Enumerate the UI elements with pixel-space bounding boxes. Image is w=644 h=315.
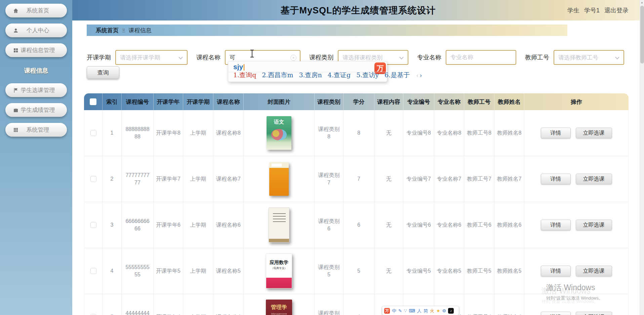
ime-favorite-icon[interactable]: ★ — [436, 309, 440, 313]
detail-button[interactable]: 详情 — [541, 266, 571, 276]
enroll-button[interactable]: 立即选课 — [576, 128, 612, 138]
course-cover-image: 管理学Management — [266, 300, 292, 315]
ime-account-icon[interactable]: 人 — [417, 309, 421, 313]
briefcase-icon — [13, 107, 19, 113]
cell-teacher-name: 教师姓名7 — [494, 156, 524, 202]
cell-category: 课程类别7 — [315, 156, 344, 202]
cell-index: 1 — [103, 110, 122, 156]
ime-candidate[interactable]: 6.是基于 — [385, 71, 410, 80]
row-checkbox[interactable] — [90, 130, 96, 136]
ime-prev-icon[interactable]: ‹ — [416, 72, 418, 79]
sidebar-item-home[interactable]: 系统首页 — [5, 4, 67, 17]
ime-lang-icon[interactable]: 中 — [392, 309, 396, 313]
ime-hot-icon[interactable]: 火 — [430, 309, 434, 313]
semester-placeholder: 请选择开课学期 — [120, 54, 160, 61]
row-checkbox[interactable] — [90, 268, 96, 274]
teacher-label: 教师工号 — [525, 53, 549, 61]
ime-simplified-icon[interactable]: 简 — [424, 309, 428, 313]
logout-link[interactable]: 退出登录 — [604, 6, 629, 14]
ime-page-arrows: ‹› — [416, 72, 422, 79]
cell-course-no: 5555555555 — [122, 248, 154, 294]
column-header: 开课学期 — [183, 93, 213, 110]
vertical-scrollbar[interactable]: ▲ — [640, 0, 644, 315]
enroll-button[interactable]: 立即选课 — [576, 220, 612, 230]
ime-voice-icon[interactable]: ∵ — [404, 309, 407, 313]
cell-content: 无 — [374, 248, 403, 294]
sidebar-item-course-info-active[interactable]: 课程信息 — [0, 63, 72, 78]
column-header: 教师工号 — [464, 93, 494, 110]
table-row: 4 5555555555 开课学年5 上学期 课程名称5 应用数学（电商专业） … — [84, 248, 629, 294]
column-header: 索引 — [103, 93, 122, 110]
page-title: 基于MySQL的学生成绩管理系统设计 — [72, 0, 644, 20]
enroll-button[interactable]: 立即选课 — [576, 266, 612, 276]
column-header: 封面图片 — [244, 93, 315, 110]
cell-term: 上学期 — [183, 294, 213, 315]
cell-year: 开课学年6 — [154, 202, 183, 248]
cell-major-name: 专业名称8 — [434, 110, 464, 156]
cell-category: 课程类别8 — [315, 110, 344, 156]
enroll-button[interactable]: 立即选课 — [576, 174, 612, 184]
course-cover-image — [269, 162, 289, 196]
cell-name: 课程名称4 — [213, 294, 244, 315]
select-all-checkbox[interactable] — [90, 98, 96, 105]
sidebar-item-system-mgmt[interactable]: 系统管理 — [5, 123, 67, 137]
cell-major-no: 专业编号7 — [403, 156, 434, 202]
row-checkbox[interactable] — [90, 222, 96, 228]
cell-credit: 7 — [344, 156, 374, 202]
enroll-button[interactable]: 立即选课 — [576, 312, 612, 315]
column-header: 开课学年 — [154, 93, 183, 110]
cell-teacher-no: 教师工号5 — [464, 248, 494, 294]
sidebar-item-enrollment-mgmt[interactable]: 学生选课管理 — [5, 83, 67, 97]
semester-select[interactable]: 请选择开课学期 — [115, 50, 188, 65]
cell-course-no: 6666666666 — [122, 202, 154, 248]
cell-year: 开课学年7 — [154, 156, 183, 202]
column-header: 专业名称 — [434, 93, 464, 110]
sidebar-item-label: 系统管理 — [19, 126, 67, 134]
cell-credit: 6 — [344, 202, 374, 248]
cell-name: 课程名称5 — [213, 248, 244, 294]
detail-button[interactable]: 详情 — [541, 312, 571, 315]
column-header: 课程编号 — [122, 93, 154, 110]
table-header-row: 索引 课程编号 开课学年 开课学期 课程名称 封面图片 课程类别 学分 课程内容… — [84, 93, 629, 110]
cell-course-no: 4444444444 — [122, 294, 154, 315]
ime-keyboard-icon[interactable]: ⌨ — [409, 309, 415, 313]
ime-pen-icon[interactable]: ✎ — [398, 309, 402, 313]
sidebar-item-course-mgmt[interactable]: 课程信息管理 — [5, 43, 67, 57]
cell-index: 3 — [103, 202, 122, 248]
cell-teacher-no: 教师工号6 — [464, 202, 494, 248]
ime-candidate[interactable]: 2.西昌市m — [262, 71, 293, 80]
scroll-up-icon[interactable]: ▲ — [640, 0, 644, 5]
cell-credit: 8 — [344, 110, 374, 156]
ime-brand-icon[interactable]: 万 — [384, 308, 390, 314]
table-row: 2 7777777777 开课学年7 上学期 课程名称7 课程类别7 7 无 专… — [84, 156, 629, 202]
ime-settings-icon[interactable]: ⚙ — [442, 309, 446, 313]
row-checkbox[interactable] — [90, 176, 96, 182]
ime-candidate[interactable]: 5.查访y — [356, 71, 379, 80]
ime-next-icon[interactable]: › — [419, 72, 422, 79]
cell-name: 课程名称8 — [213, 110, 244, 156]
cell-teacher-name: 教师姓名4 — [494, 294, 524, 315]
teacher-select[interactable]: 请选择教师工号 — [554, 50, 624, 65]
ime-candidate[interactable]: 4.查证g — [328, 71, 351, 80]
detail-button[interactable]: 详情 — [541, 220, 571, 230]
cell-course-no: 7777777777 — [122, 156, 154, 202]
course-name-input[interactable] — [230, 54, 296, 61]
column-header: 课程名称 — [213, 93, 244, 110]
ime-music-note-icon[interactable]: ♪ — [448, 308, 454, 314]
major-label: 专业名称 — [417, 53, 441, 61]
scrollbar-thumb[interactable] — [640, 6, 644, 63]
cell-category: 课程类别4 — [315, 294, 344, 315]
sidebar-item-grades-mgmt[interactable]: 学生成绩管理 — [5, 103, 67, 117]
cell-major-name: 专业名称6 — [434, 202, 464, 248]
breadcrumb-home[interactable]: 系统首页 — [96, 27, 119, 34]
detail-button[interactable]: 详情 — [541, 128, 571, 138]
search-button[interactable]: 查询 — [87, 66, 119, 79]
detail-button[interactable]: 详情 — [541, 174, 571, 184]
column-header: 学分 — [344, 93, 374, 110]
breadcrumb: 系统首页 Ξ 课程信息 — [87, 25, 567, 36]
clear-icon[interactable]: × — [290, 55, 296, 61]
sidebar-item-profile[interactable]: 个人中心 — [5, 24, 67, 37]
ime-candidate[interactable]: 3.查房n — [299, 71, 322, 80]
ime-candidate[interactable]: 1.查询q — [233, 71, 256, 80]
major-input[interactable] — [450, 54, 512, 61]
